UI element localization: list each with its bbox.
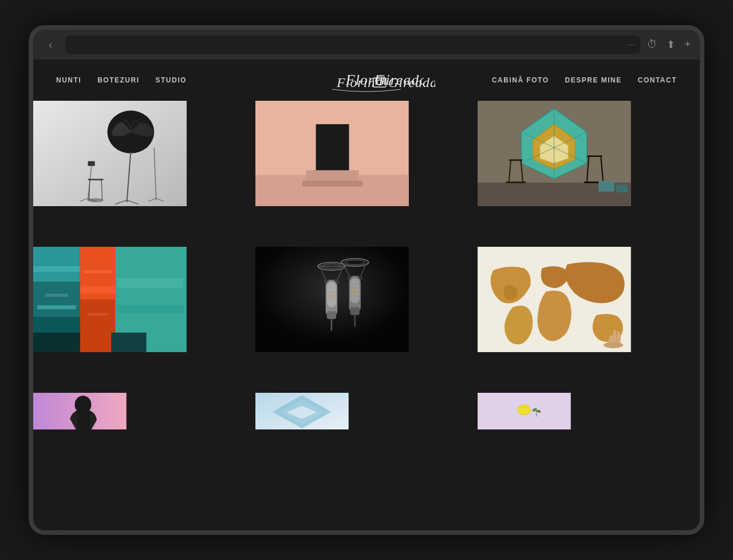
gallery-item-7[interactable] bbox=[33, 393, 127, 482]
svg-rect-59 bbox=[117, 278, 183, 288]
svg-rect-58 bbox=[84, 270, 112, 273]
gallery-item-2[interactable] bbox=[255, 101, 409, 247]
svg-rect-55 bbox=[33, 266, 80, 272]
nav-link-studio[interactable]: STUDIO bbox=[156, 76, 187, 84]
nav-link-despre-mine[interactable]: DESPRE MINE bbox=[565, 76, 622, 84]
site-logo[interactable]: Florin Gireada Florin Gireada bbox=[309, 64, 424, 97]
svg-rect-28 bbox=[306, 170, 359, 182]
svg-rect-41 bbox=[506, 182, 526, 183]
gallery-item-9[interactable] bbox=[478, 393, 571, 482]
gallery-item-4[interactable] bbox=[33, 247, 187, 393]
photo-9-svg bbox=[478, 393, 571, 429]
browser-actions: ⏱ ⬆ + bbox=[647, 38, 691, 51]
svg-rect-57 bbox=[37, 305, 76, 309]
svg-rect-29 bbox=[302, 181, 363, 187]
svg-rect-53 bbox=[80, 299, 115, 352]
svg-rect-63 bbox=[33, 333, 80, 352]
svg-rect-90 bbox=[350, 278, 360, 303]
browser-add-icon[interactable]: + bbox=[684, 38, 691, 51]
nav-link-botezuri[interactable]: BOTEZURI bbox=[97, 76, 139, 84]
svg-point-21 bbox=[88, 198, 103, 202]
url-more-button[interactable]: ··· bbox=[627, 40, 635, 50]
website-content: NUNTI BOTEZURI STUDIO Florin Gireada Flo… bbox=[33, 60, 700, 535]
browser-share-icon[interactable]: ⬆ bbox=[667, 38, 675, 51]
svg-rect-75 bbox=[327, 282, 336, 307]
main-nav: NUNTI BOTEZURI STUDIO Florin Gireada Flo… bbox=[33, 60, 700, 101]
svg-point-111 bbox=[518, 405, 530, 414]
svg-rect-82 bbox=[327, 311, 336, 319]
svg-rect-60 bbox=[117, 305, 183, 313]
svg-rect-50 bbox=[33, 282, 80, 317]
svg-text:Florin: Florin bbox=[336, 75, 375, 90]
nav-link-cabina-foto[interactable]: CABINĂ FOTO bbox=[492, 76, 549, 84]
svg-rect-17 bbox=[88, 161, 94, 166]
photo-5-svg bbox=[255, 247, 409, 352]
svg-rect-62 bbox=[88, 313, 107, 316]
svg-rect-27 bbox=[316, 124, 349, 171]
svg-point-6 bbox=[383, 79, 384, 80]
gallery-item-3[interactable] bbox=[478, 101, 631, 247]
photo-gallery bbox=[33, 101, 700, 482]
nav-links-right: CABINĂ FOTO DESPRE MINE CONTACT bbox=[492, 76, 677, 84]
svg-rect-47 bbox=[616, 184, 628, 192]
logo-combined: Florin Gireada bbox=[298, 66, 435, 94]
svg-rect-97 bbox=[350, 307, 360, 316]
gallery-item-1[interactable] bbox=[33, 101, 187, 247]
svg-text:Gireada: Gireada bbox=[388, 75, 435, 90]
browser-url-bar[interactable]: ··· bbox=[65, 36, 640, 54]
photo-1-svg bbox=[33, 101, 187, 206]
svg-rect-61 bbox=[45, 294, 68, 297]
svg-rect-9 bbox=[33, 101, 187, 206]
tablet-frame: ‹ ··· ⏱ ⬆ + NUNTI BOTEZURI STUDIO Florin… bbox=[29, 25, 704, 535]
photo-2-svg bbox=[255, 101, 409, 206]
svg-rect-56 bbox=[80, 286, 115, 294]
svg-rect-18 bbox=[88, 179, 103, 180]
svg-rect-46 bbox=[598, 181, 614, 192]
browser-bar: ‹ ··· ⏱ ⬆ + bbox=[33, 30, 700, 60]
nav-links-left: NUNTI BOTEZURI STUDIO bbox=[56, 76, 187, 84]
photo-3-svg bbox=[478, 101, 631, 206]
svg-point-100 bbox=[604, 342, 623, 348]
photo-6-svg bbox=[478, 247, 631, 352]
photo-7-svg bbox=[33, 393, 127, 429]
nav-link-contact[interactable]: CONTACT bbox=[638, 76, 677, 84]
svg-rect-64 bbox=[111, 333, 146, 352]
svg-rect-42 bbox=[587, 155, 602, 157]
gallery-item-8[interactable] bbox=[255, 393, 349, 482]
photo-4-svg bbox=[33, 247, 187, 352]
gallery-item-5[interactable] bbox=[255, 247, 409, 393]
browser-time-icon[interactable]: ⏱ bbox=[647, 38, 657, 51]
svg-rect-38 bbox=[509, 159, 523, 161]
gallery-item-6[interactable] bbox=[478, 247, 631, 393]
browser-back-button[interactable]: ‹ bbox=[42, 39, 58, 51]
svg-rect-49 bbox=[33, 247, 80, 282]
nav-link-nunti[interactable]: NUNTI bbox=[56, 76, 81, 84]
photo-8-svg bbox=[255, 393, 349, 429]
svg-point-4 bbox=[377, 80, 383, 85]
